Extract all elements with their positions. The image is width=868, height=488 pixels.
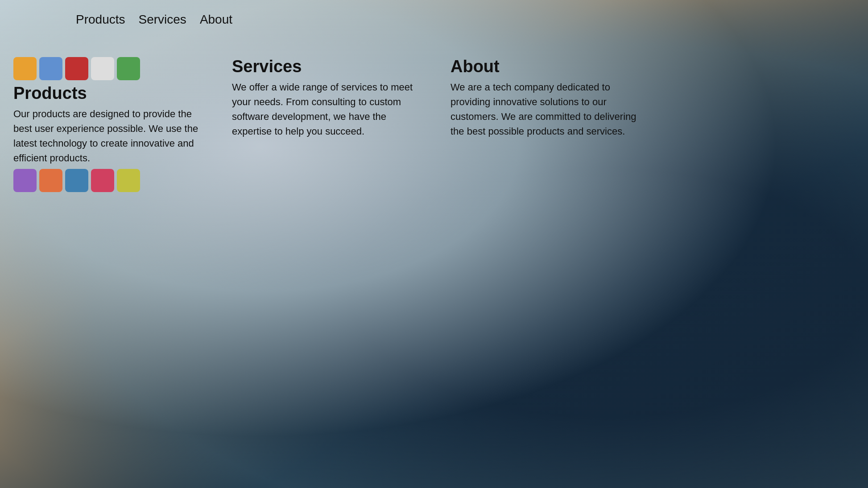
product-thumb-9 xyxy=(91,169,114,192)
nav-item-about[interactable]: About xyxy=(200,12,232,27)
products-heading: Products xyxy=(13,84,205,103)
product-thumb-4 xyxy=(91,57,114,80)
nav-link-services[interactable]: Services xyxy=(139,12,186,26)
products-section: Products Our products are designed to pr… xyxy=(0,48,219,201)
product-thumb-7 xyxy=(39,169,62,192)
product-thumb-3 xyxy=(65,57,88,80)
product-image-row-1 xyxy=(13,57,205,80)
services-body: We offer a wide range of services to mee… xyxy=(232,80,424,139)
product-thumb-10 xyxy=(117,169,140,192)
product-image-row-2 xyxy=(13,169,205,192)
services-section: Services We offer a wide range of servic… xyxy=(219,48,437,201)
nav-link-products[interactable]: Products xyxy=(76,12,125,26)
nav-item-products[interactable]: Products xyxy=(76,12,125,27)
nav-item-services[interactable]: Services xyxy=(139,12,186,27)
product-thumb-1 xyxy=(13,57,37,80)
content-columns: Products Our products are designed to pr… xyxy=(0,39,868,210)
services-heading: Services xyxy=(232,57,424,76)
product-thumb-5 xyxy=(117,57,140,80)
product-thumb-6 xyxy=(13,169,37,192)
products-body: Our products are designed to provide the… xyxy=(13,107,205,165)
nav-list: Products Services About xyxy=(76,12,232,27)
about-heading: About xyxy=(451,57,642,76)
main-nav: Products Services About xyxy=(0,0,868,39)
about-section: About We are a tech company dedicated to… xyxy=(437,48,656,201)
product-thumb-8 xyxy=(65,169,88,192)
nav-link-about[interactable]: About xyxy=(200,12,232,26)
about-body: We are a tech company dedicated to provi… xyxy=(451,80,642,139)
product-thumb-2 xyxy=(39,57,62,80)
